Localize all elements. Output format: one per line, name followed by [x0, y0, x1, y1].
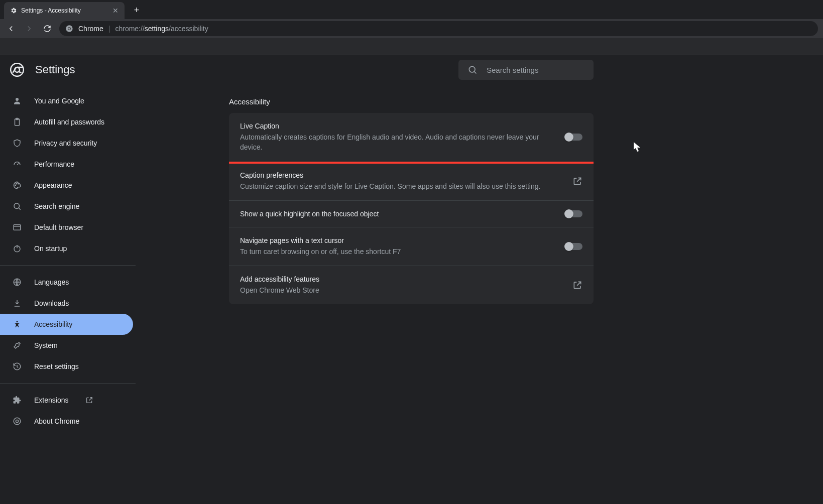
launch-icon — [85, 396, 93, 404]
svg-point-3 — [11, 63, 24, 76]
sidebar-item-you-and-google[interactable]: You and Google — [0, 90, 136, 111]
sidebar-item-performance[interactable]: Performance — [0, 154, 136, 175]
new-tab-button[interactable]: + — [130, 3, 144, 17]
sidebar-item-extensions[interactable]: Extensions — [0, 390, 136, 411]
row-title: Navigate pages with a text cursor — [240, 236, 557, 244]
row-caret-browsing[interactable]: Navigate pages with a text cursor To tur… — [229, 227, 594, 266]
sidebar-item-on-startup[interactable]: On startup — [0, 238, 136, 259]
sidebar-item-reset[interactable]: Reset settings — [0, 356, 136, 377]
row-subtitle: Customize caption size and style for Liv… — [240, 181, 564, 191]
accessibility-icon — [12, 319, 22, 329]
reload-button[interactable] — [41, 23, 53, 35]
sidebar-item-label: About Chrome — [34, 417, 79, 425]
row-title: Show a quick highlight on the focused ob… — [240, 210, 557, 218]
row-title: Live Caption — [240, 122, 557, 130]
back-button[interactable] — [5, 23, 17, 35]
sidebar-item-privacy[interactable]: Privacy and security — [0, 133, 136, 154]
sidebar-item-label: Appearance — [34, 181, 72, 189]
sidebar-item-label: Languages — [34, 278, 69, 286]
svg-rect-13 — [14, 225, 21, 230]
panel-title: Accessibility — [229, 94, 594, 113]
sidebar-item-label: Privacy and security — [34, 139, 97, 147]
power-icon — [12, 243, 22, 254]
person-icon — [12, 96, 22, 106]
forward-button[interactable] — [23, 23, 35, 35]
svg-point-5 — [469, 66, 475, 72]
omnibox[interactable]: Chrome | chrome://settings/accessibility — [59, 21, 818, 36]
sidebar-divider — [0, 383, 136, 384]
accessibility-card: Live Caption Automatically creates capti… — [229, 113, 594, 304]
sidebar-item-label: Downloads — [34, 299, 69, 307]
launch-icon[interactable] — [572, 176, 582, 186]
search-settings-input[interactable]: Search settings — [458, 60, 594, 80]
launch-icon[interactable] — [572, 280, 582, 290]
live-caption-toggle[interactable] — [565, 134, 582, 141]
sidebar-item-label: Reset settings — [34, 362, 79, 370]
restore-icon — [12, 361, 22, 371]
row-text: Caption preferences Customize caption si… — [240, 171, 564, 191]
row-action — [565, 243, 582, 250]
row-title: Add accessibility features — [240, 275, 564, 283]
row-caption-preferences[interactable]: Caption preferences Customize caption si… — [229, 162, 594, 201]
quick-highlight-toggle[interactable] — [565, 210, 582, 217]
download-icon — [12, 298, 22, 308]
sidebar-item-system[interactable]: System — [0, 335, 136, 356]
sidebar-item-accessibility[interactable]: Accessibility — [0, 314, 133, 335]
omnibox-url: chrome://settings/accessibility — [115, 25, 208, 33]
row-add-accessibility-features[interactable]: Add accessibility features Open Chrome W… — [229, 266, 594, 304]
sidebar-item-appearance[interactable]: Appearance — [0, 175, 136, 196]
palette-icon — [12, 180, 22, 190]
wrench-icon — [12, 340, 22, 350]
shield-icon — [12, 138, 22, 148]
chrome-icon — [12, 416, 22, 426]
omnibox-context: Chrome — [78, 25, 103, 33]
sidebar-item-label: Performance — [34, 160, 74, 168]
settings-main: Accessibility Live Caption Automatically… — [136, 84, 823, 504]
row-action — [565, 134, 582, 141]
gear-icon — [10, 7, 17, 14]
svg-point-11 — [18, 183, 19, 184]
sidebar-divider — [0, 265, 136, 266]
search-icon — [467, 65, 478, 75]
page-title: Settings — [35, 63, 75, 76]
svg-point-9 — [15, 185, 16, 186]
browser-window-icon — [12, 222, 22, 232]
tab-title: Settings - Accessibility — [21, 7, 81, 14]
sidebar-item-downloads[interactable]: Downloads — [0, 293, 136, 314]
sidebar-item-autofill[interactable]: Autofill and passwords — [0, 111, 136, 133]
row-quick-highlight[interactable]: Show a quick highlight on the focused ob… — [229, 201, 594, 227]
row-live-caption[interactable]: Live Caption Automatically creates capti… — [229, 113, 594, 162]
speedometer-icon — [12, 159, 22, 169]
svg-point-16 — [17, 321, 18, 322]
row-subtitle: To turn caret browsing on or off, use th… — [240, 246, 557, 257]
sidebar-item-search-engine[interactable]: Search engine — [0, 196, 136, 217]
sidebar-item-languages[interactable]: Languages — [0, 272, 136, 293]
row-text: Add accessibility features Open Chrome W… — [240, 275, 564, 295]
header-search-wrap: Search settings — [458, 60, 823, 80]
browser-toolbar: Chrome | chrome://settings/accessibility — [0, 19, 823, 38]
search-placeholder: Search settings — [487, 66, 538, 74]
sidebar-item-default-browser[interactable]: Default browser — [0, 217, 136, 238]
row-subtitle: Automatically creates captions for Engli… — [240, 132, 557, 153]
chrome-icon — [65, 25, 73, 33]
close-tab-icon[interactable]: ✕ — [112, 7, 119, 15]
clipboard-icon — [12, 117, 22, 127]
settings-panel: Accessibility Live Caption Automatically… — [229, 94, 594, 504]
settings-sidebar: You and Google Autofill and passwords Pr… — [0, 84, 136, 504]
settings-header: Settings Search settings — [0, 55, 823, 84]
settings-app: Settings Search settings You and Google … — [0, 55, 823, 504]
caret-browsing-toggle[interactable] — [565, 243, 582, 250]
row-title: Caption preferences — [240, 171, 564, 179]
sidebar-item-label: Accessibility — [34, 320, 72, 328]
sidebar-item-label: On startup — [34, 244, 67, 253]
sidebar-item-label: Default browser — [34, 223, 83, 231]
svg-point-18 — [16, 420, 18, 422]
settings-body: You and Google Autofill and passwords Pr… — [0, 84, 823, 504]
row-subtitle: Open Chrome Web Store — [240, 285, 564, 295]
omnibox-separator: | — [108, 25, 110, 33]
svg-point-17 — [14, 418, 21, 425]
search-icon — [12, 201, 22, 211]
browser-tab-active[interactable]: Settings - Accessibility ✕ — [4, 2, 125, 19]
sidebar-item-about-chrome[interactable]: About Chrome — [0, 411, 136, 432]
sidebar-item-label: Extensions — [34, 396, 68, 404]
